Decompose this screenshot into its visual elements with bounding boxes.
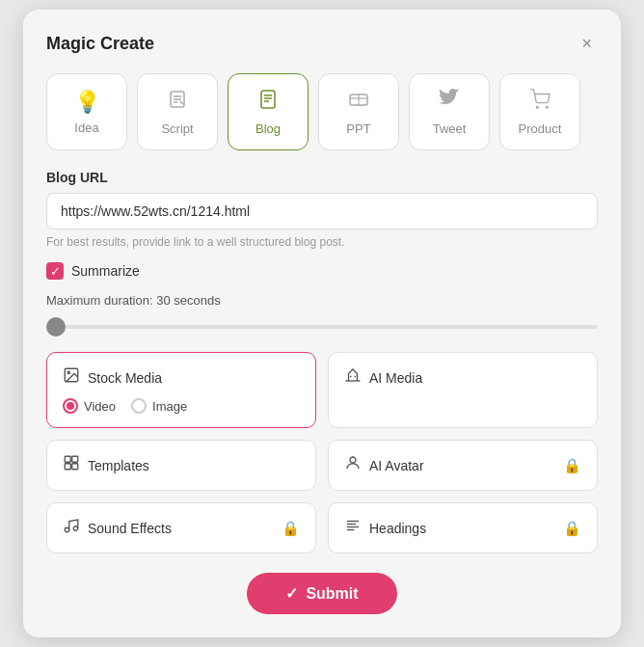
svg-rect-20 <box>72 464 78 470</box>
tab-product-label: Product <box>519 121 562 136</box>
script-icon <box>167 89 188 116</box>
tab-bar: 💡 Idea Script <box>46 73 598 150</box>
ppt-icon <box>348 89 369 116</box>
ai-media-icon <box>344 366 362 389</box>
option-ai-avatar-row: AI Avatar 🔒 <box>344 454 581 476</box>
blog-icon <box>257 89 279 116</box>
option-templates[interactable]: Templates <box>46 440 316 491</box>
ai-avatar-label: AI Avatar <box>369 458 424 473</box>
option-stock-media[interactable]: Stock Media Video Image <box>46 352 316 428</box>
svg-point-23 <box>73 526 78 531</box>
summarize-checkbox[interactable]: ✓ <box>46 262 64 280</box>
submit-row: ✓ Submit <box>46 573 598 614</box>
duration-slider[interactable] <box>46 325 598 329</box>
tab-ppt-label: PPT <box>346 121 370 136</box>
tab-script-label: Script <box>161 121 193 136</box>
option-ai-avatar-header: AI Avatar <box>344 454 424 476</box>
headings-lock-icon: 🔒 <box>563 520 581 537</box>
submit-label: Submit <box>306 585 358 603</box>
radio-image-label: Image <box>152 399 187 414</box>
headings-label: Headings <box>369 521 426 536</box>
radio-video-outer <box>63 398 78 414</box>
svg-rect-5 <box>261 91 275 108</box>
headings-icon <box>344 517 362 539</box>
summarize-label: Summarize <box>71 263 140 279</box>
close-button[interactable]: × <box>576 33 598 54</box>
tab-script[interactable]: Script <box>137 73 218 150</box>
stock-media-label: Stock Media <box>88 370 162 386</box>
tab-idea-label: Idea <box>74 121 98 135</box>
ai-avatar-lock-icon: 🔒 <box>563 457 581 474</box>
checkmark-icon: ✓ <box>50 265 61 278</box>
tab-tweet[interactable]: Tweet <box>409 73 490 150</box>
magic-create-modal: Magic Create × 💡 Idea Script <box>23 10 621 637</box>
templates-icon <box>63 454 80 476</box>
url-input[interactable] <box>46 193 598 229</box>
sound-effects-label: Sound Effects <box>88 521 172 536</box>
tweet-icon <box>439 89 460 116</box>
summarize-row: ✓ Summarize <box>46 262 598 280</box>
radio-image-outer <box>131 398 147 414</box>
stock-media-radio-row: Video Image <box>63 398 300 414</box>
ai-media-label: AI Media <box>369 370 422 386</box>
submit-button[interactable]: ✓ Submit <box>247 573 396 614</box>
url-hint: For best results, provide link to a well… <box>46 235 598 249</box>
option-ai-media[interactable]: AI Media <box>328 352 598 428</box>
svg-rect-19 <box>65 464 70 470</box>
tab-product[interactable]: Product <box>499 73 580 150</box>
svg-rect-17 <box>65 456 70 462</box>
duration-label: Maximum duration: 30 seconds <box>46 293 598 308</box>
product-icon <box>529 89 550 116</box>
duration-slider-container <box>46 315 598 333</box>
option-sound-effects-row: Sound Effects 🔒 <box>63 517 300 539</box>
svg-point-12 <box>536 106 538 108</box>
url-field-label: Blog URL <box>46 170 598 185</box>
option-sound-effects[interactable]: Sound Effects 🔒 <box>46 502 316 553</box>
option-headings[interactable]: Headings 🔒 <box>328 502 598 553</box>
option-sound-effects-header: Sound Effects <box>63 517 172 539</box>
tab-blog[interactable]: Blog <box>228 73 309 150</box>
radio-video[interactable]: Video <box>63 398 116 414</box>
options-grid: Stock Media Video Image <box>46 352 598 553</box>
option-templates-row: Templates <box>63 454 300 476</box>
option-ai-media-header: AI Media <box>344 366 581 389</box>
templates-label: Templates <box>88 458 149 473</box>
svg-line-4 <box>180 101 183 104</box>
svg-point-21 <box>350 457 356 463</box>
radio-video-label: Video <box>84 399 116 414</box>
sound-effects-icon <box>63 517 80 539</box>
idea-icon: 💡 <box>74 90 100 115</box>
option-stock-media-header: Stock Media <box>63 366 300 389</box>
ai-avatar-icon <box>344 454 362 476</box>
option-headings-row: Headings 🔒 <box>344 517 581 539</box>
tab-idea[interactable]: 💡 Idea <box>46 73 127 150</box>
option-templates-header: Templates <box>63 454 149 476</box>
modal-header: Magic Create × <box>46 33 598 54</box>
modal-title: Magic Create <box>46 34 154 54</box>
svg-rect-18 <box>72 456 78 462</box>
sound-effects-lock-icon: 🔒 <box>282 520 300 537</box>
tab-tweet-label: Tweet <box>433 121 467 136</box>
option-ai-avatar[interactable]: AI Avatar 🔒 <box>328 440 598 491</box>
tab-blog-label: Blog <box>255 121 281 136</box>
tab-ppt[interactable]: PPT <box>318 73 399 150</box>
radio-image[interactable]: Image <box>131 398 187 414</box>
svg-point-13 <box>546 106 548 108</box>
svg-point-15 <box>67 371 69 373</box>
option-headings-header: Headings <box>344 517 426 539</box>
stock-media-icon <box>63 366 80 389</box>
submit-checkmark: ✓ <box>285 584 298 603</box>
svg-point-22 <box>65 527 69 532</box>
radio-video-inner <box>67 402 74 410</box>
